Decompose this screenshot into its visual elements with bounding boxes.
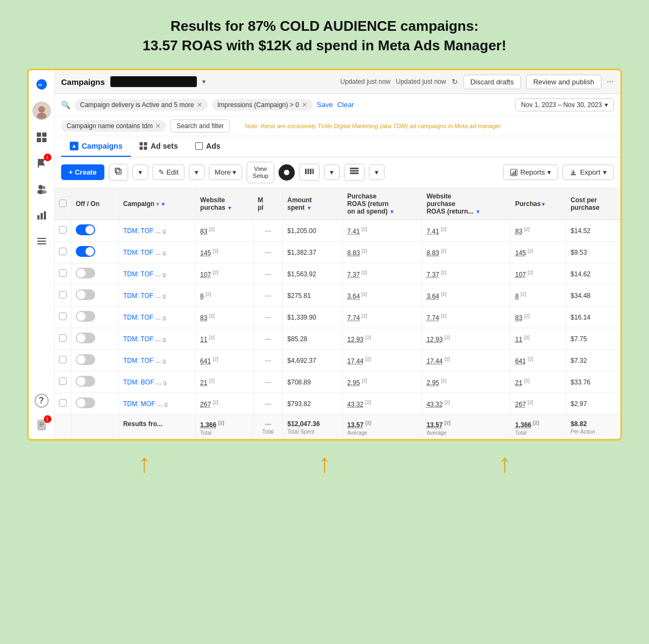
- toggle-0[interactable]: [76, 224, 95, 235]
- row-campaign-6[interactable]: TDM: TOF ... g: [118, 350, 195, 371]
- row-website-roas-6: 17.44 [2]: [422, 350, 511, 371]
- sidebar-icon-docs[interactable]: 1: [33, 416, 50, 434]
- footer-toggle: [71, 415, 119, 439]
- row-checkbox-6[interactable]: [59, 356, 67, 363]
- row-checkbox-7[interactable]: [59, 377, 67, 385]
- th-cost-per-purchase[interactable]: Cost perpurchase: [566, 188, 620, 220]
- table-row: TDM: TOF ... g 145 [2] — $1,382.37 8.83 …: [55, 242, 620, 263]
- row-campaign-4[interactable]: TDM: TOF ... g: [118, 307, 195, 328]
- row-cost-per-purchase-5: $7.75: [566, 328, 620, 350]
- footer-website-purchases: 1,366 [2] Total: [196, 415, 253, 439]
- remove-impressions-filter[interactable]: ✕: [302, 101, 307, 109]
- toggle-4[interactable]: [76, 311, 95, 322]
- th-campaign[interactable]: Campaign ▾ ▾: [118, 188, 195, 220]
- select-all-checkbox[interactable]: [59, 200, 67, 207]
- clear-button[interactable]: Clear: [337, 101, 354, 109]
- row-toggle-cell-8[interactable]: [71, 393, 119, 415]
- sidebar-icon-flag[interactable]: 1: [33, 155, 50, 172]
- th-m-pl[interactable]: Mpl: [253, 188, 283, 220]
- th-checkbox[interactable]: [55, 188, 71, 220]
- toggle-6[interactable]: [76, 354, 95, 365]
- toggle-5[interactable]: [76, 333, 95, 343]
- sidebar-icon-grid[interactable]: [33, 129, 50, 146]
- view-setup-button[interactable]: ViewSetup: [247, 162, 274, 183]
- sidebar-icon-people[interactable]: [33, 181, 50, 198]
- dropdown-button[interactable]: ▾: [133, 164, 148, 180]
- edit-button[interactable]: ✎ ✎ Edit Edit: [153, 164, 184, 180]
- row-toggle-cell-5[interactable]: [71, 328, 119, 350]
- filter-chip-delivery[interactable]: Campaign delivery is Active and 5 more ✕: [75, 99, 208, 111]
- sidebar-icon-help[interactable]: ?: [35, 394, 49, 408]
- search-and-filter-button[interactable]: Search and filter: [170, 119, 229, 132]
- more-options-button[interactable]: ···: [607, 77, 614, 87]
- create-button[interactable]: + Create: [61, 164, 104, 180]
- copy-button[interactable]: [109, 164, 128, 181]
- row-website-purchases-5: 11 [2]: [196, 328, 253, 350]
- row-website-roas-7: 2.95 [2]: [422, 371, 511, 393]
- row-checkbox-8[interactable]: [59, 399, 67, 407]
- row-toggle-cell-0[interactable]: [71, 220, 119, 242]
- row-checkbox-2[interactable]: [59, 269, 67, 277]
- date-range-button[interactable]: Nov 1, 2023 – Nov 30, 2023 ▾: [515, 98, 614, 111]
- row-checkbox-5[interactable]: [59, 334, 67, 342]
- tab-ads[interactable]: Ads: [187, 136, 229, 157]
- row-checkbox-4[interactable]: [59, 313, 67, 320]
- row-toggle-cell-4[interactable]: [71, 307, 119, 328]
- sidebar-icon-list[interactable]: [33, 233, 50, 250]
- filter-chip-campaign-name[interactable]: Campaign name contains tdm ✕: [61, 120, 166, 132]
- sidebar-docs-badge: 1: [44, 415, 51, 423]
- row-campaign-5[interactable]: TDM: TOF ... g: [118, 328, 195, 350]
- row-campaign-0[interactable]: TDM: TOF ... g: [118, 220, 195, 242]
- th-purchase-roas[interactable]: PurchaseROAS (returnon ad spend) ▾: [343, 188, 422, 220]
- save-button[interactable]: Save: [317, 101, 333, 109]
- rows-dropdown[interactable]: ▾: [369, 164, 385, 180]
- toggle-7[interactable]: [76, 376, 95, 387]
- row-toggle-cell-2[interactable]: [71, 263, 119, 285]
- row-checkbox-3[interactable]: [59, 291, 67, 298]
- row-toggle-cell-1[interactable]: [71, 242, 119, 263]
- sidebar-icon-meta[interactable]: ∞: [33, 76, 50, 93]
- row-campaign-7[interactable]: TDM: BOF ... g: [118, 371, 195, 393]
- filter-chip-impressions[interactable]: Impressions (Campaign) > 0 ✕: [212, 99, 313, 111]
- columns-button[interactable]: [299, 164, 320, 181]
- tab-campaigns-label: Campaigns: [82, 142, 122, 150]
- edit-dropdown[interactable]: ▾: [189, 164, 204, 180]
- row-campaign-8[interactable]: TDM: MOF ... g: [118, 393, 195, 415]
- remove-delivery-filter[interactable]: ✕: [197, 101, 202, 109]
- review-publish-button[interactable]: Review and publish: [526, 75, 601, 89]
- tab-campaigns[interactable]: ▲ Campaigns: [61, 136, 131, 157]
- row-toggle-cell-3[interactable]: [71, 285, 119, 307]
- row-purchase-roas-3: 3.64 [2]: [343, 285, 422, 307]
- th-purchases[interactable]: Purchas▾: [511, 188, 566, 220]
- row-checkbox-0[interactable]: [59, 226, 67, 234]
- th-website-purchases[interactable]: Websitepurchas ▾: [196, 188, 253, 220]
- toggle-2[interactable]: [76, 268, 95, 278]
- export-button[interactable]: Export ▾: [562, 164, 614, 180]
- row-checkbox-1[interactable]: [59, 248, 67, 255]
- row-campaign-2[interactable]: TDM: TOF ... g: [118, 263, 195, 285]
- toggle-3[interactable]: [76, 289, 95, 300]
- svg-rect-13: [41, 213, 43, 220]
- toggle-8[interactable]: [76, 397, 95, 408]
- reports-button[interactable]: Reports ▾: [503, 164, 559, 180]
- toggle-1[interactable]: [76, 246, 95, 257]
- rows-button[interactable]: [344, 164, 365, 181]
- remove-campaign-name-filter[interactable]: ✕: [155, 122, 161, 130]
- th-website-roas[interactable]: WebsitepurchaseROAS (return... ▾: [422, 188, 511, 220]
- tab-adsets[interactable]: Ad sets: [131, 136, 187, 157]
- row-campaign-1[interactable]: TDM: TOF ... g: [118, 242, 195, 263]
- row-toggle-cell-6[interactable]: [71, 350, 119, 371]
- columns-dropdown[interactable]: ▾: [324, 164, 340, 180]
- svg-point-1: [38, 106, 44, 112]
- refresh-icon[interactable]: ↻: [452, 77, 458, 86]
- row-campaign-3[interactable]: TDM: TOF ... g: [118, 285, 195, 307]
- discard-drafts-button[interactable]: Discard drafts: [463, 75, 521, 89]
- dropdown-arrow[interactable]: ▾: [202, 78, 206, 85]
- circle-toggle[interactable]: [279, 164, 295, 181]
- more-button[interactable]: More ▾: [209, 164, 242, 180]
- sidebar-icon-chart[interactable]: [33, 207, 50, 224]
- row-toggle-cell-7[interactable]: [71, 371, 119, 393]
- headline: Results for 87% COLD AUDIENCE campaigns:…: [11, 16, 638, 56]
- th-amount-spent[interactable]: Amountspent ▾: [283, 188, 343, 220]
- sidebar-icon-avatar[interactable]: [32, 102, 51, 120]
